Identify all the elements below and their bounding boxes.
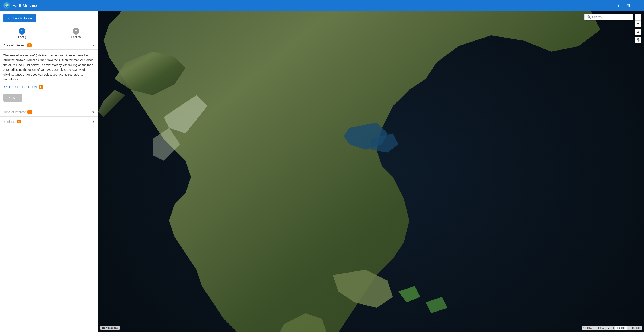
step-2-circle: 2: [72, 28, 80, 34]
mapbox-logo: ⬤: [102, 327, 105, 330]
zoom-out-button[interactable]: −: [635, 20, 642, 27]
time-of-interest-section: Time of Interest 3 ∨: [0, 107, 98, 116]
back-to-home-button[interactable]: ← Back to Home: [4, 14, 36, 22]
step-1-circle: 1: [18, 28, 26, 34]
map-search-icon: 🔍: [587, 15, 591, 19]
aoi-description: The area of interest (AOI) defines the g…: [0, 50, 98, 84]
map-area[interactable]: 🔍 + − ▲ ⬤ © mapbox 1000 km |: [98, 11, 644, 332]
next-button[interactable]: NEXT: [4, 94, 22, 102]
settings-section-header[interactable]: Settings 4 ∨: [0, 117, 98, 126]
mapbox-attribution: ⬤ © mapbox: [100, 326, 120, 330]
aoi-chevron-icon: ∧: [92, 43, 94, 47]
scale-bar: 1000 km | 1000 mi: [582, 326, 606, 330]
toi-section-header[interactable]: Time of Interest 3 ∨: [0, 107, 98, 116]
toi-chevron-icon: ∨: [92, 110, 94, 114]
geojson-link[interactable]: OR, USE GEOJSON: [9, 85, 37, 89]
aoi-label: Area of Interest: [4, 43, 26, 47]
coordinates-display: ▲ Lat: 46.6500 Lng: -146.3866: [606, 326, 642, 330]
back-arrow-icon: ←: [7, 16, 11, 20]
code-icon: <>: [4, 85, 8, 89]
step-1-label: Config: [18, 35, 26, 39]
compass-button[interactable]: ▲: [635, 28, 642, 35]
mapbox-label: © mapbox: [106, 327, 118, 330]
account-icon[interactable]: 👤: [634, 2, 640, 8]
main-content: ← Back to Home 1 Config 2 Confirm: [0, 11, 644, 332]
map-controls: + − ▲: [635, 14, 642, 43]
aoi-section-header[interactable]: Area of Interest 1 ∧: [0, 40, 98, 50]
map-background: [98, 11, 644, 332]
aoi-badge: 1: [27, 43, 32, 47]
area-of-interest-section: Area of Interest 1 ∧ The area of interes…: [0, 40, 98, 107]
map-search-input[interactable]: [592, 15, 630, 19]
layers-button[interactable]: [635, 37, 642, 43]
grid-icon[interactable]: ⊞: [625, 2, 631, 8]
back-button-label: Back to Home: [12, 16, 32, 20]
geojson-link-row: <> OR, USE GEOJSON 2: [0, 84, 98, 92]
geojson-badge: 2: [38, 85, 43, 89]
settings-label: Settings: [4, 120, 15, 123]
step-indicator: 1 Config 2 Confirm: [0, 24, 98, 40]
app-logo: 🌍: [4, 2, 10, 9]
step-2-label: Confirm: [71, 35, 81, 39]
info-icon[interactable]: ℹ: [616, 2, 622, 8]
toi-badge: 3: [27, 110, 32, 114]
app-title: EarthMosaics: [12, 3, 614, 8]
zoom-in-button[interactable]: +: [635, 14, 642, 20]
settings-section: Settings 4 ∨: [0, 116, 98, 126]
svg-marker-1: [637, 38, 640, 40]
map-search-box[interactable]: 🔍: [584, 14, 633, 20]
toi-label: Time of Interest: [4, 110, 26, 114]
settings-chevron-icon: ∨: [92, 120, 94, 124]
step-1: 1 Config: [8, 28, 36, 39]
step-connector: [36, 31, 62, 31]
header-actions: ℹ ⊞ 👤: [616, 2, 640, 8]
map-svg: [98, 11, 644, 332]
left-panel: ← Back to Home 1 Config 2 Confirm: [0, 11, 98, 332]
settings-badge: 4: [17, 120, 21, 123]
app-header: 🌍 EarthMosaics ℹ ⊞ 👤: [0, 0, 644, 11]
step-2: 2 Confirm: [62, 28, 90, 39]
